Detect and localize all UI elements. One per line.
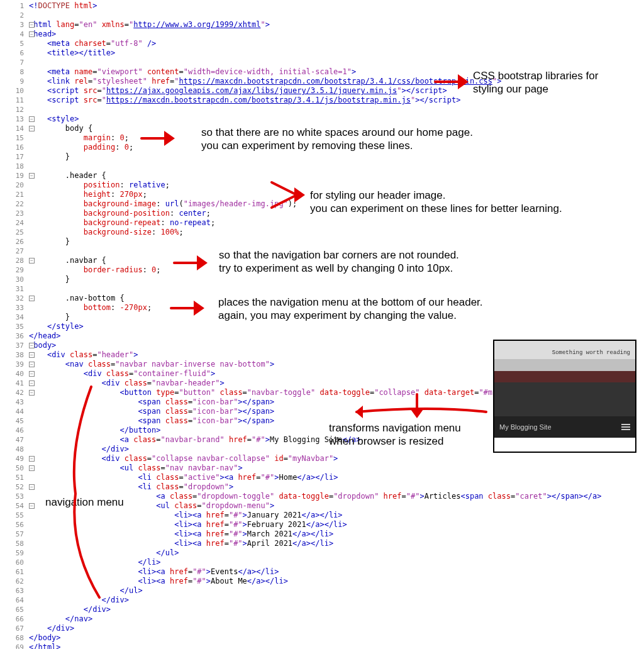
fold-toggle[interactable]: − — [29, 116, 35, 122]
fold-toggle[interactable]: − — [29, 296, 35, 301]
fold-toggle[interactable]: − — [29, 390, 35, 396]
annotation-header: for styling our header image.you can exp… — [310, 189, 562, 216]
annotation-bootstrap: CSS bootstrap libraries forstyling our p… — [473, 69, 598, 96]
preview-brand: My Blogging Site — [499, 423, 552, 431]
fold-toggle[interactable]: − — [29, 352, 35, 358]
code-area[interactable]: <!DOCTYPE html><html lang="en" xmlns="ht… — [29, 0, 644, 649]
fold-toggle[interactable]: − — [29, 126, 35, 131]
code-editor: 1234567891011121314151617181920212223242… — [0, 0, 644, 649]
fold-toggle[interactable]: − — [29, 503, 35, 509]
preview-header-image: Something worth reading — [494, 341, 635, 416]
annotation-transform: transforms navigation menuwhen browser i… — [329, 421, 461, 448]
fold-toggle[interactable]: − — [29, 343, 35, 348]
fold-toggle[interactable]: − — [29, 465, 35, 471]
fold-toggle[interactable]: − — [29, 456, 35, 462]
line-number-gutter: 1234567891011121314151617181920212223242… — [0, 0, 29, 649]
fold-toggle[interactable]: − — [29, 484, 35, 490]
annotation-navmenu: navigation menu — [45, 496, 124, 509]
annotation-navbottom: places the navigation menu at the bottom… — [218, 296, 483, 323]
preview-navbar: My Blogging Site — [494, 416, 635, 438]
fold-toggle[interactable]: − — [29, 380, 35, 386]
preview-image-caption: Something worth reading — [552, 350, 630, 356]
preview-thumbnail: Something worth reading My Blogging Site — [493, 340, 636, 453]
fold-toggle[interactable]: − — [29, 362, 35, 367]
fold-toggle[interactable]: − — [29, 22, 35, 28]
fold-toggle[interactable]: − — [29, 258, 35, 263]
fold-toggle[interactable]: − — [29, 173, 35, 179]
annotation-navbar: so that the navigation bar corners are n… — [219, 248, 459, 275]
hamburger-icon[interactable] — [621, 424, 630, 430]
annotation-body: so that there are no white spaces around… — [201, 126, 473, 153]
fold-toggle[interactable]: − — [29, 371, 35, 377]
fold-toggle[interactable]: − — [29, 31, 35, 37]
